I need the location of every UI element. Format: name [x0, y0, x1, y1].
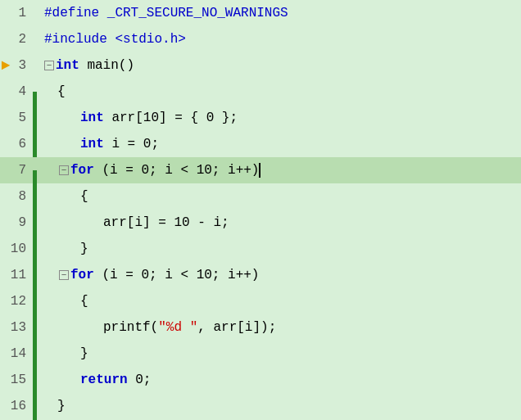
arrow-indicator: ►: [0, 52, 11, 79]
code-arr-decl: arr[10] = { 0 };: [104, 105, 238, 131]
line-number-6: 6: [0, 137, 33, 151]
line-11: 11 − for (i = 0; i < 10; i++): [0, 262, 521, 288]
code-line-16: }: [41, 393, 521, 419]
code-editor[interactable]: 1 #define _CRT_SECURE_NO_WARNINGS 2 #inc…: [0, 0, 521, 420]
fn-printf: printf: [103, 314, 151, 341]
line-3: 3 − int main(): [0, 52, 521, 79]
code-printf-open: (: [151, 314, 159, 341]
line-number-2: 2: [0, 32, 33, 47]
code-text: main(): [79, 52, 134, 79]
line-10: 10 }: [0, 236, 521, 262]
line-14: 14 }: [0, 341, 521, 367]
code-macro-include: #include: [44, 26, 115, 52]
line-5: 5 int arr[10] = { 0 };: [0, 105, 521, 131]
code-macro: #define _CRT_SECURE_NO_WARNINGS: [44, 0, 288, 26]
line-1: 1 #define _CRT_SECURE_NO_WARNINGS: [0, 0, 521, 26]
code-for-2-body: (i = 0; i < 10; i++): [94, 262, 260, 288]
line-number-1: 1: [0, 6, 33, 20]
code-line-13: printf("%d ", arr[i]);: [41, 314, 521, 341]
line-number-9: 9: [0, 215, 33, 230]
code-line-15: return 0;: [41, 367, 521, 393]
code-for-1-body: (i = 0; i < 10; i++): [94, 157, 260, 183]
code-brace-for2-open: {: [80, 288, 88, 314]
arrow-icon: ►: [2, 57, 11, 74]
string-format: "%d ": [158, 314, 197, 341]
code-line-11: − for (i = 0; i < 10; i++): [41, 262, 521, 288]
code-line-12: {: [41, 288, 521, 314]
code-line-2: #include <stdio.h>: [41, 26, 521, 52]
code-brace-for1-open: {: [80, 183, 88, 210]
line-number-10: 10: [0, 242, 33, 256]
keyword-int-arr: int: [80, 105, 104, 131]
code-line-10: }: [41, 236, 521, 262]
line-13: 13 printf("%d ", arr[i]);: [0, 314, 521, 341]
code-line-8: {: [41, 183, 521, 210]
line-number-8: 8: [0, 189, 33, 204]
keyword-return: return: [80, 367, 128, 393]
green-bar-16: [33, 406, 37, 420]
code-line-7: − for (i = 0; i < 10; i++): [41, 157, 521, 183]
fold-icon-3[interactable]: −: [44, 61, 54, 70]
line-8: 8 {: [0, 183, 521, 210]
keyword-for-1: for: [70, 157, 94, 183]
code-line-5: int arr[10] = { 0 };: [41, 105, 521, 131]
code-line-9: arr[i] = 10 - i;: [41, 210, 521, 236]
line-number-7: 7: [0, 163, 33, 178]
line-16: 16 }: [0, 393, 521, 419]
line-number-14: 14: [0, 346, 33, 361]
code-brace-open: {: [57, 79, 66, 105]
line-4: 4 {: [0, 79, 521, 105]
code-brace-for1-close: }: [80, 236, 88, 262]
code-return-val: 0;: [128, 367, 152, 393]
code-arr-assign: arr[i] = 10 - i;: [103, 210, 229, 236]
code-line-1: #define _CRT_SECURE_NO_WARNINGS: [41, 0, 521, 26]
line-number-12: 12: [0, 294, 33, 309]
keyword-for-2: for: [70, 262, 94, 288]
code-brace-for2-close: }: [80, 341, 88, 367]
keyword-int-i: int: [80, 131, 104, 157]
code-line-4: {: [41, 79, 521, 105]
code-line-3: − int main(): [41, 52, 521, 79]
line-6: 6 int i = 0;: [0, 131, 521, 157]
line-number-5: 5: [0, 111, 33, 125]
line-number-4: 4: [0, 84, 33, 99]
fold-icon-11[interactable]: −: [59, 270, 69, 280]
line-7: 7 − for (i = 0; i < 10; i++): [0, 157, 521, 183]
line-number-13: 13: [0, 320, 33, 335]
line-15: 15 return 0;: [0, 367, 521, 393]
line-number-16: 16: [0, 399, 33, 413]
code-include-file: <stdio.h>: [115, 26, 185, 52]
fold-icon-7[interactable]: −: [59, 165, 69, 175]
code-line-14: }: [41, 341, 521, 367]
line-number-15: 15: [0, 373, 33, 387]
keyword-int: int: [56, 52, 79, 79]
text-cursor: [259, 163, 260, 178]
line-number-11: 11: [0, 268, 33, 282]
line-2: 2 #include <stdio.h>: [0, 26, 521, 52]
code-printf-args: , arr[i]);: [197, 314, 276, 341]
line-9: 9 arr[i] = 10 - i;: [0, 210, 521, 236]
line-12: 12 {: [0, 288, 521, 314]
code-main-brace-close: }: [57, 393, 66, 419]
code-line-6: int i = 0;: [41, 131, 521, 157]
code-i-decl: i = 0;: [104, 131, 159, 157]
